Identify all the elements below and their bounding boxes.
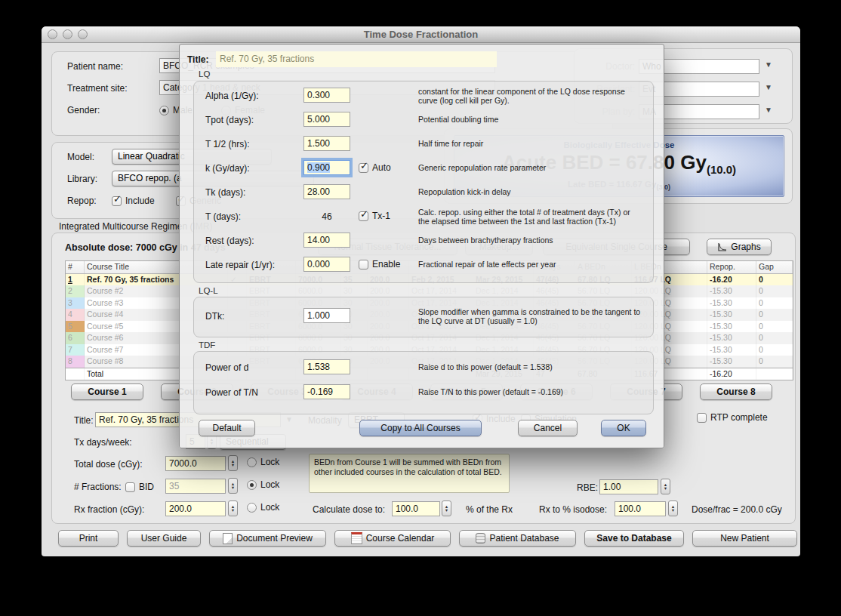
late-repair-1-yr-field[interactable]: 0.000	[303, 257, 350, 272]
cancel-button[interactable]: Cancel	[518, 420, 578, 436]
total-dose-stepper[interactable]: ▲▼	[228, 455, 238, 471]
graphs-button[interactable]: Graphs	[707, 239, 772, 255]
total-dose-label: Total dose (cGy):	[74, 459, 143, 470]
fractions-stepper[interactable]: ▲▼	[228, 478, 238, 494]
power-of-t-n-field[interactable]: -0.169	[303, 384, 350, 399]
late-repair-1-yr-checkbox[interactable]	[359, 260, 368, 270]
footer-user-guide-button[interactable]: User Guide	[127, 530, 201, 547]
rest-days-description: Days between brachytherapy fractions	[418, 236, 643, 245]
rx-fraction-stepper[interactable]: ▲▼	[228, 500, 238, 516]
screenshot-stage: Time Dose Fractionation Patient name: BF…	[0, 0, 841, 616]
k-gy-day-label: k (Gy/day):	[205, 163, 250, 174]
rx-fraction-lock-radio[interactable]	[247, 503, 257, 513]
k-gy-day-field[interactable]: 0.900	[303, 160, 350, 175]
power-of-d-label: Power of d	[205, 362, 248, 373]
footer-new-patient-button[interactable]: New Patient	[692, 530, 797, 547]
calc-dose-label: Calculate dose to:	[313, 504, 385, 515]
bedn-note: BEDn from Course 1 will be summed with B…	[309, 454, 510, 493]
dtk-field[interactable]: 1.000	[303, 308, 350, 323]
pct-of-rx-label: % of the Rx	[466, 504, 513, 515]
calendar-icon	[351, 532, 362, 544]
total-dose-field[interactable]: 7000.0	[165, 456, 226, 471]
rest-days-label: Rest (days):	[205, 236, 254, 246]
tk-days-label: Tk (days):	[205, 187, 245, 198]
t-1-2-hrs-field[interactable]: 1.500	[303, 136, 350, 151]
footer-button-label: User Guide	[141, 533, 187, 544]
t-days-description: Calc. repop. using either the total # of…	[418, 208, 643, 226]
footer-document-preview-button[interactable]: Document Preview	[209, 530, 326, 547]
k-gy-day-selected-text: 0.900	[307, 162, 330, 173]
lql-section-label: LQ-L	[199, 286, 218, 295]
bid-checkbox[interactable]	[125, 482, 135, 492]
default-button[interactable]: Default	[199, 420, 255, 436]
rtp-complete-checkbox[interactable]	[697, 413, 707, 423]
late-repair-1-yr-checkbox-label: Enable	[372, 259, 400, 270]
k-gy-day-checkbox[interactable]	[359, 163, 368, 173]
fractions-lock-radio[interactable]	[247, 480, 257, 490]
gender-male-radio[interactable]	[159, 106, 169, 116]
footer-button-label: Document Preview	[236, 533, 313, 544]
footer-button-label: New Patient	[720, 533, 769, 544]
late-repair-1-yr-label: Late repair (1/yr):	[205, 260, 275, 270]
rbe-stepper[interactable]: ▲▼	[661, 479, 670, 494]
rx-fraction-lock-label: Lock	[260, 502, 279, 513]
t-1-2-hrs-label: T 1/2 (hrs):	[205, 139, 249, 149]
combo-dropdown-icon[interactable]: ▼	[765, 83, 772, 91]
late-repair-1-yr-description: Fractional repair of late effects per ye…	[418, 260, 643, 269]
rx-isodose-stepper[interactable]: ▲▼	[668, 500, 678, 516]
dtk-description: Slope modifier when gamma is constrained…	[418, 307, 643, 325]
copy-to-all-courses-button[interactable]: Copy to All Courses	[359, 420, 482, 436]
dialog-title-field[interactable]: Ref. 70 Gy, 35 fractions	[216, 51, 497, 67]
dialog-title-label: Title:	[187, 54, 208, 65]
total-dose-lock-radio[interactable]	[247, 457, 257, 467]
repop-label: Repop:	[67, 196, 97, 206]
footer-patient-database-button[interactable]: Patient Database	[459, 530, 576, 547]
dose-per-frac-label: Dose/frac = 200.0 cGy	[692, 504, 782, 515]
power-of-t-n-label: Power of T/N	[205, 387, 258, 398]
alpha-1-gy-field[interactable]: 0.300	[303, 88, 350, 103]
tpot-days-field[interactable]: 5.000	[303, 112, 350, 127]
alpha-1-gy-description: constant for the linear component of the…	[418, 87, 643, 105]
footer-button-label: Print	[79, 533, 98, 544]
dtk-label: DTk:	[205, 311, 224, 322]
bid-label: BID	[139, 482, 154, 492]
repop-include-checkbox[interactable]	[112, 196, 122, 206]
tpot-days-description: Potential doubling time	[418, 115, 643, 124]
combo-dropdown-icon[interactable]: ▼	[765, 60, 772, 69]
ok-button[interactable]: OK	[601, 420, 646, 436]
alpha-1-gy-label: Alpha (1/Gy):	[205, 91, 259, 101]
tdf-section-label: TDF	[199, 340, 215, 350]
fractions-label: # Fractions:	[74, 482, 122, 492]
rx-fraction-label: Rx fraction (cGy):	[74, 504, 144, 515]
rbe-label: RBE:	[577, 482, 598, 493]
course-button-1[interactable]: Course 1	[71, 383, 143, 400]
tk-days-field[interactable]: 28.00	[303, 184, 350, 199]
footer-print-button[interactable]: Print	[58, 530, 119, 547]
power-of-d-field[interactable]: 1.538	[303, 359, 350, 374]
model-label: Model:	[67, 152, 94, 162]
t-days-checkbox-label: Tx-1	[372, 211, 390, 221]
t-days-value: 46	[303, 211, 350, 222]
footer-course-calendar-button[interactable]: Course Calendar	[334, 530, 451, 547]
graphs-button-label: Graphs	[731, 242, 760, 252]
rx-isodose-field[interactable]: 100.0	[615, 501, 666, 516]
t-days-label: T (days):	[205, 211, 241, 222]
title-bar: Time Dose Fractionation	[42, 26, 800, 43]
course-button-8[interactable]: Course 8	[700, 383, 772, 400]
fractions-field[interactable]: 35	[165, 479, 226, 494]
rtp-complete-label: RTP complete	[710, 412, 768, 423]
rest-days-field[interactable]: 14.00	[303, 233, 350, 248]
calc-dose-stepper[interactable]: ▲▼	[442, 500, 451, 516]
calc-dose-field[interactable]: 100.0	[392, 501, 440, 516]
lq-section-label: LQ	[199, 69, 210, 79]
power-of-d-description: Raise d to this power (default = 1.538)	[418, 362, 643, 371]
repop-include-label: Include	[125, 196, 155, 206]
window-title: Time Dose Fractionation	[42, 29, 800, 40]
footer-save-to-database-button[interactable]: Save to Database	[584, 530, 684, 547]
t-days-checkbox[interactable]	[359, 211, 368, 221]
combo-dropdown-icon[interactable]: ▼	[765, 106, 772, 114]
rx-fraction-field[interactable]: 200.0	[165, 501, 226, 516]
lq-group: Alpha (1/Gy):0.300constant for the linea…	[193, 81, 654, 283]
treatment-site-label: Treatment site:	[67, 83, 128, 94]
rbe-field[interactable]: 1.00	[599, 479, 658, 494]
